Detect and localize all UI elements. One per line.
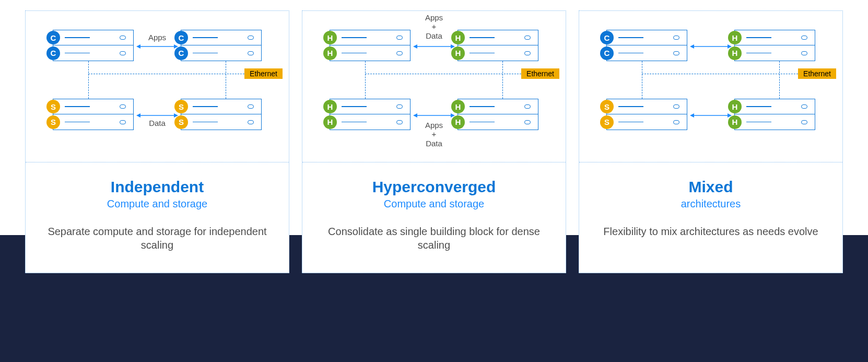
node-badge: H [451,31,465,44]
architecture-panels: C C C C [25,10,843,273]
node-badge: H [728,31,742,44]
server-indicator-bar [470,106,495,107]
server-indicator-bar [342,122,367,123]
architecture-description: Consolidate as single building block for… [313,225,555,252]
server-unit: C [181,30,262,45]
ethernet-bus-line [88,74,252,74]
server-led-icon [801,104,807,109]
server-stack-bottom-left: H H [330,99,410,130]
server-led-icon [673,51,679,55]
server-unit: H [330,114,410,130]
architecture-diagram: C C H H [579,11,842,162]
ethernet-bus-line [365,74,529,74]
svg-marker-16 [690,113,694,118]
server-unit: H [330,30,410,45]
server-unit: H [330,45,410,61]
server-indicator-bar [193,53,218,54]
architecture-panel: C C H H [579,10,843,273]
node-badge: S [46,115,60,129]
server-indicator-bar [65,106,90,107]
svg-marker-8 [451,44,455,49]
architecture-title: Mixed [590,178,832,196]
server-unit: C [181,45,262,61]
server-unit: C [606,45,687,61]
architecture-diagram: H H H H [302,11,566,162]
server-led-icon [396,104,403,109]
flow-arrow-top [690,43,732,50]
node-badge: S [46,100,60,113]
node-badge: C [46,31,60,44]
server-led-icon [120,51,126,55]
server-led-icon [120,36,126,40]
server-unit: S [181,114,262,130]
architecture-subtitle: architectures [590,198,832,210]
ethernet-drop-line [226,61,226,99]
architecture-panel: H H H H [302,10,566,273]
svg-marker-7 [413,44,417,49]
node-badge: C [600,31,614,44]
node-badge: H [451,100,465,113]
server-led-icon [673,104,679,109]
node-badge: H [323,31,337,44]
server-indicator-bar [193,122,218,123]
architecture-panel: C C C C [25,10,289,273]
server-indicator-bar [470,37,495,38]
server-indicator-bar [746,53,771,54]
server-unit: S [53,99,134,114]
server-stack-top-left: H H [330,30,410,61]
flow-arrow-bottom [136,112,178,119]
architecture-caption: Mixed architectures Flexibility to mix a… [579,162,842,259]
server-led-icon [248,51,254,55]
server-led-icon [801,120,807,124]
server-indicator-bar [342,106,367,107]
svg-marker-1 [136,44,140,49]
server-unit: H [458,30,538,45]
ethernet-bus-line [642,74,806,74]
server-unit: H [734,45,815,61]
server-stack-top-left: C C [53,30,134,61]
server-led-icon [673,36,679,40]
server-stack-bottom-left: S S [53,99,134,130]
svg-marker-17 [728,113,732,118]
node-badge: H [323,115,337,129]
server-led-icon [396,36,403,40]
server-stack-bottom-left: S S [606,99,687,130]
server-led-icon [248,36,254,40]
server-indicator-bar [470,122,495,123]
server-led-icon [248,120,254,124]
flow-arrow-bottom [690,112,732,119]
ethernet-drop-line [365,61,366,99]
server-led-icon [396,51,403,55]
server-indicator-bar [746,37,771,38]
ethernet-tag: Ethernet [798,68,836,79]
architecture-title: Independent [36,178,278,196]
server-unit: C [53,45,134,61]
node-badge: H [323,46,337,60]
server-indicator-bar [618,53,643,54]
architecture-caption: Hyperconverged Compute and storage Conso… [302,162,566,273]
server-unit: C [606,30,687,45]
server-indicator-bar [65,122,90,123]
node-badge: S [600,100,614,113]
svg-marker-11 [451,113,455,118]
svg-marker-10 [413,113,417,118]
architecture-description: Separate compute and storage for indepen… [36,225,278,252]
server-stack-top-right: H H [734,30,815,61]
server-unit: H [734,99,815,114]
server-indicator-bar [618,106,643,107]
flow-label-top: Apps [144,33,170,42]
flow-label-top: Apps+Data [416,13,452,40]
ethernet-drop-line [502,61,503,99]
flow-label-bottom: Apps+Data [416,121,452,148]
svg-marker-2 [174,44,178,49]
server-unit: H [458,45,538,61]
svg-marker-13 [690,44,694,49]
server-unit: S [181,99,262,114]
node-badge: S [600,115,614,129]
node-badge: H [323,100,337,113]
server-stack-top-left: C C [606,30,687,61]
server-led-icon [524,51,531,55]
architecture-description: Flexibility to mix architectures as need… [590,225,832,238]
server-stack-bottom-right: H H [734,99,815,130]
server-unit: S [606,99,687,114]
